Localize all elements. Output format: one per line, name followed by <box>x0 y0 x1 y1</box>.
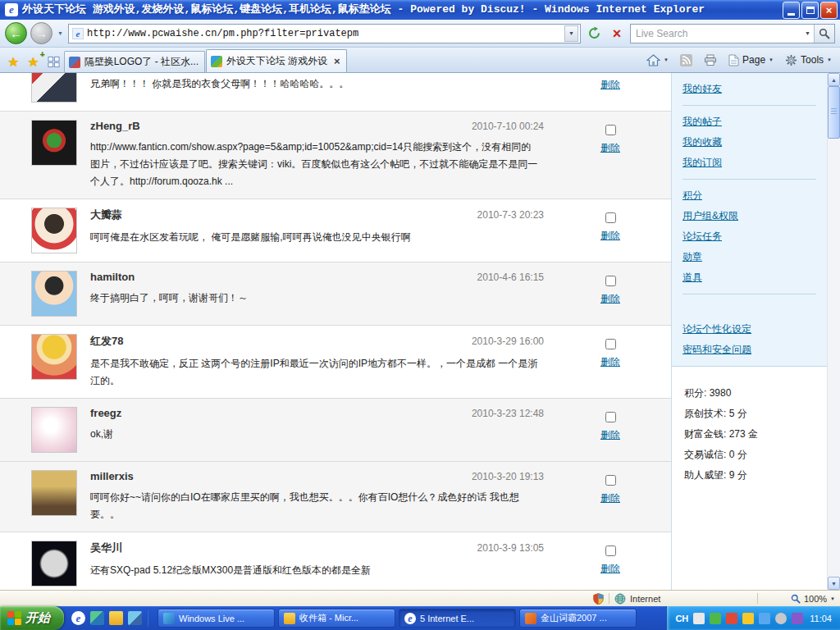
pm-body: 大瓣蒜 2010-7-3 20:23 呵呵俺是在水区发着玩呢， 俺可是愿赌服输,… <box>90 208 573 253</box>
sidebar-link-medals[interactable]: 勋章 <box>682 247 816 267</box>
quicklaunch-desktop-icon[interactable] <box>128 611 142 625</box>
pm-body: hamilton 2010-4-6 16:15 终于搞明白了，呵呵，谢谢哥们！～ <box>90 271 573 317</box>
home-button[interactable]: ▼ <box>641 50 673 70</box>
tab-favicon <box>69 57 80 68</box>
tray-icon-4[interactable] <box>742 613 754 624</box>
minimize-button[interactable] <box>783 2 800 19</box>
pm-delete-link[interactable]: 删除 <box>600 428 620 442</box>
tray-icon-5[interactable] <box>759 613 770 624</box>
status-separator <box>757 593 758 604</box>
pm-delete-link[interactable]: 删除 <box>600 562 620 576</box>
pm-text: 是不是我不敢确定，反正 这两个号的注册IP和最近一次访问的IP地方都不一样。，一… <box>90 355 540 390</box>
avatar[interactable] <box>31 541 77 587</box>
avatar[interactable] <box>31 120 77 166</box>
clock[interactable]: 11:04 <box>810 614 832 623</box>
sidebar-link-forum-tasks[interactable]: 论坛任务 <box>682 226 816 247</box>
sidebar-link-my-posts[interactable]: 我的帖子 <box>682 112 816 132</box>
print-button[interactable] <box>699 50 722 70</box>
avatar[interactable] <box>31 73 77 103</box>
avatar[interactable] <box>31 334 77 380</box>
tray-icon-1[interactable] <box>693 613 705 624</box>
taskbar-task-dictionary[interactable]: 金山词霸2007 ... <box>519 609 637 628</box>
pm-username[interactable]: hamilton <box>90 271 135 283</box>
sidebar-link-credits[interactable]: 积分 <box>682 185 816 206</box>
pm-checkbox[interactable] <box>605 546 616 556</box>
language-indicator[interactable]: CH <box>675 614 688 623</box>
pm-delete-link[interactable]: 删除 <box>600 355 620 369</box>
titlebar: e 外设天下论坛 游戏外设,发烧外设,鼠标论坛,键盘论坛,耳机论坛,鼠标垫论坛 … <box>0 0 840 20</box>
pm-username[interactable]: 红发78 <box>90 334 123 349</box>
stop-button[interactable]: × <box>607 24 627 43</box>
scroll-down-icon[interactable]: ▼ <box>828 577 840 590</box>
scrollbar-track[interactable] <box>828 139 840 577</box>
sidebar-link-usergroup-permissions[interactable]: 用户组&权限 <box>682 206 816 226</box>
tools-menu-button[interactable]: Tools ▼ <box>780 50 837 70</box>
quicklaunch-messenger-icon[interactable] <box>90 611 104 625</box>
quicklaunch-mail-icon[interactable] <box>109 611 123 625</box>
pm-list-panel: girdeo 2010-7-13 11:05 兄弟啊！！！ 你就是我的衣食父母啊… <box>0 73 671 590</box>
vertical-scrollbar[interactable]: ▲ ▼ <box>827 73 840 590</box>
sidebar-link-personalization[interactable]: 论坛个性化设定 <box>682 319 816 340</box>
feeds-button[interactable] <box>675 50 697 70</box>
sidebar-link-my-friends[interactable]: 我的好友 <box>682 79 816 99</box>
maximize-button[interactable] <box>801 2 819 19</box>
pm-username[interactable]: 大瓣蒜 <box>90 208 122 222</box>
zoom-control[interactable]: 100% ▼ <box>763 594 835 604</box>
pm-checkbox[interactable] <box>605 412 616 422</box>
pm-delete-link[interactable]: 删除 <box>600 491 620 505</box>
taskbar-task-windows-live[interactable]: Windows Live ... <box>158 609 275 628</box>
url-text[interactable]: http://www.pcwaishe.cn/pm.php?filter=pri… <box>87 28 561 39</box>
sidebar-link-my-subscriptions[interactable]: 我的订阅 <box>682 153 816 173</box>
pm-delete-link[interactable]: 删除 <box>600 229 620 243</box>
tray-icon-6[interactable] <box>775 613 787 624</box>
page-menu-button[interactable]: Page ▼ <box>724 50 778 70</box>
start-button[interactable]: 开始 <box>0 606 64 630</box>
close-button[interactable]: × <box>820 2 838 19</box>
tab-2-active[interactable]: 外设天下论坛 游戏外设... × <box>206 49 347 72</box>
tab-close-icon[interactable]: × <box>332 55 342 67</box>
pm-delete-link[interactable]: 删除 <box>600 292 620 306</box>
pm-username[interactable]: freegz <box>90 407 121 419</box>
pm-checkbox[interactable] <box>605 125 616 135</box>
address-dropdown-button[interactable]: ▼ <box>564 25 578 42</box>
pm-username[interactable]: millerxis <box>90 470 134 482</box>
pm-checkbox[interactable] <box>605 339 616 349</box>
taskbar-task-inbox[interactable]: 收件箱 - Micr... <box>278 609 395 628</box>
search-button[interactable] <box>814 25 834 43</box>
tab-1[interactable]: 隔壁换LOGO了 - 社区水... <box>64 51 205 72</box>
history-dropdown-button[interactable]: ▼ <box>56 30 65 36</box>
back-button[interactable]: ← <box>5 22 27 44</box>
avatar[interactable] <box>31 407 77 453</box>
pm-delete-link[interactable]: 删除 <box>600 141 620 155</box>
scroll-up-icon[interactable]: ▲ <box>828 73 840 86</box>
sidebar-link-password-security[interactable]: 密码和安全问题 <box>682 340 816 360</box>
tray-icon-7[interactable] <box>792 613 803 624</box>
pm-checkbox[interactable] <box>605 212 616 223</box>
avatar[interactable] <box>31 271 77 317</box>
avatar[interactable] <box>31 208 77 253</box>
pm-delete-link[interactable]: 删除 <box>600 78 620 92</box>
pm-username[interactable]: 吴华川 <box>90 541 122 555</box>
sidebar-link-my-favorites[interactable]: 我的收藏 <box>682 132 816 153</box>
taskbar-task-internet-explorer-group[interactable]: e 5 Internet E... <box>399 609 516 628</box>
quick-tabs-icon[interactable] <box>43 51 64 72</box>
refresh-button[interactable] <box>584 24 604 43</box>
search-input[interactable]: Live Search <box>631 28 801 39</box>
tray-icon-3[interactable] <box>726 613 737 624</box>
pm-username[interactable]: zHeng_rB <box>90 120 140 132</box>
avatar[interactable] <box>31 470 77 516</box>
tray-icon-2[interactable] <box>710 613 721 624</box>
pm-checkbox[interactable] <box>605 475 616 486</box>
quicklaunch-ie-icon[interactable]: e <box>71 611 85 625</box>
print-icon <box>704 54 717 66</box>
pm-actions: 删除 <box>573 334 648 390</box>
pm-checkbox[interactable] <box>605 276 616 286</box>
scrollbar-thumb[interactable] <box>828 86 840 139</box>
stat-original-tech: 原创技术: 5 分 <box>684 404 815 424</box>
address-bar[interactable]: e http://www.pcwaishe.cn/pm.php?filter=p… <box>68 24 581 43</box>
search-dropdown-button[interactable]: ▼ <box>801 30 814 36</box>
sidebar-link-props[interactable]: 道具 <box>682 267 816 288</box>
add-favorite-icon[interactable]: ★+ <box>23 51 43 72</box>
forward-button[interactable]: → <box>30 22 52 44</box>
favorites-star-icon[interactable]: ★ <box>3 51 23 72</box>
